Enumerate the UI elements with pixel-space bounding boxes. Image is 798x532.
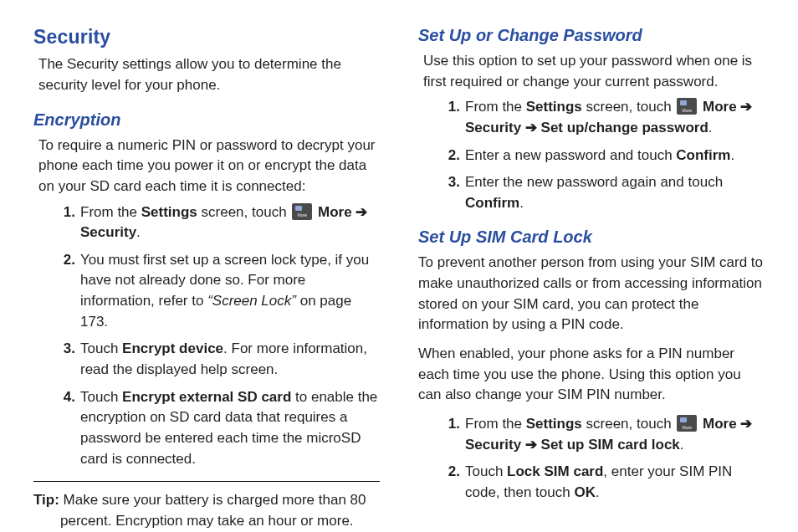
step-number: 3. <box>55 339 75 360</box>
confirm-bold: Confirm <box>465 195 519 211</box>
two-column-layout: Security The Security settings allow you… <box>33 23 765 532</box>
more-icon <box>677 98 697 115</box>
step-number: 2. <box>440 462 460 483</box>
encryption-step-3: 3. Touch Encrypt device. For more inform… <box>55 339 380 380</box>
sim-step-1: 1. From the Settings screen, touch More … <box>440 414 765 455</box>
step-text: Touch <box>80 389 122 405</box>
step-text: Enter a new password and touch <box>465 147 676 163</box>
encryption-intro: To require a numeric PIN or password to … <box>38 136 380 197</box>
step-text: From the <box>80 204 141 220</box>
more-icon <box>677 415 697 432</box>
more-label: More <box>703 99 737 115</box>
step-text: Touch <box>465 463 507 479</box>
setup-change-password-bold: Set up/change password <box>541 120 708 136</box>
more-label: More <box>703 416 737 432</box>
arrow-icon: ➔ <box>521 437 540 453</box>
screen-lock-ref: “Screen Lock” <box>207 293 296 309</box>
step-number: 1. <box>440 97 460 118</box>
step-number: 1. <box>440 414 460 435</box>
settings-bold: Settings <box>141 204 197 220</box>
security-bold: Security <box>80 224 136 240</box>
encryption-steps: 1. From the Settings screen, touch More … <box>33 202 380 470</box>
tip-label: Tip: <box>33 492 64 508</box>
step-text: From the <box>465 416 526 432</box>
manual-page: Security The Security settings allow you… <box>0 0 798 532</box>
step-text: . <box>680 437 684 453</box>
security-bold: Security <box>465 437 521 453</box>
step-number: 1. <box>55 202 75 223</box>
settings-bold: Settings <box>526 99 582 115</box>
right-column: Set Up or Change Password Use this optio… <box>418 23 765 532</box>
step-text: . <box>596 484 600 500</box>
step-text: . <box>519 195 524 211</box>
encryption-step-2: 2. You must first set up a screen lock t… <box>55 250 380 333</box>
encrypt-device-bold: Encrypt device <box>122 340 223 356</box>
arrow-icon: ➔ <box>737 416 753 432</box>
step-text: From the <box>465 99 526 115</box>
encrypt-sd-bold: Encrypt external SD card <box>122 389 291 405</box>
step-number: 4. <box>55 387 75 408</box>
step-text: . <box>731 147 735 163</box>
step-text: screen, touch <box>197 204 291 220</box>
security-intro: The Security settings allow you to deter… <box>38 54 380 95</box>
lock-sim-bold: Lock SIM card <box>507 463 603 479</box>
sim-lock-steps: 1. From the Settings screen, touch More … <box>418 414 765 504</box>
ok-bold: OK <box>574 484 596 500</box>
setup-sim-lock-bold: Set up SIM card lock <box>541 437 680 453</box>
password-step-2: 2. Enter a new password and touch Confir… <box>440 146 765 166</box>
tip-text: Make sure your battery is charged more t… <box>60 492 366 529</box>
left-column: Security The Security settings allow you… <box>33 23 380 532</box>
step-text: . <box>136 224 141 240</box>
step-text: screen, touch <box>582 99 676 115</box>
password-heading: Set Up or Change Password <box>418 23 765 48</box>
tip-body: Tip: Make sure your battery is charged m… <box>33 490 380 531</box>
step-text: screen, touch <box>582 416 676 432</box>
encryption-step-1: 1. From the Settings screen, touch More … <box>55 202 380 243</box>
password-intro: Use this option to set up your password … <box>423 51 765 92</box>
password-step-3: 3. Enter the new password again and touc… <box>440 172 765 213</box>
password-step-1: 1. From the Settings screen, touch More … <box>440 97 765 138</box>
step-number: 2. <box>440 146 460 166</box>
arrow-icon: ➔ <box>737 99 753 115</box>
sim-lock-heading: Set Up SIM Card Lock <box>418 225 765 249</box>
arrow-icon: ➔ <box>352 204 368 220</box>
step-text: Touch <box>80 340 122 356</box>
security-bold: Security <box>465 120 521 136</box>
encryption-step-4: 4. Touch Encrypt external SD card to ena… <box>55 387 380 470</box>
more-icon <box>292 203 312 220</box>
more-label: More <box>318 204 352 220</box>
sim-step-2: 2. Touch Lock SIM card, enter your SIM P… <box>440 462 765 503</box>
step-text: . <box>708 120 713 136</box>
settings-bold: Settings <box>526 416 582 432</box>
encryption-heading: Encryption <box>33 108 380 132</box>
step-number: 2. <box>55 250 75 271</box>
sim-lock-intro-1: To prevent another person from using you… <box>418 253 765 335</box>
step-text: Enter the new password again and touch <box>465 174 723 190</box>
confirm-bold: Confirm <box>676 147 730 163</box>
tip-block: Tip: Make sure your battery is charged m… <box>33 481 380 532</box>
password-steps: 1. From the Settings screen, touch More … <box>418 97 765 213</box>
arrow-icon: ➔ <box>521 120 540 136</box>
step-number: 3. <box>440 172 460 193</box>
security-heading: Security <box>33 23 380 51</box>
sim-lock-intro-2: When enabled, your phone asks for a PIN … <box>418 344 765 406</box>
